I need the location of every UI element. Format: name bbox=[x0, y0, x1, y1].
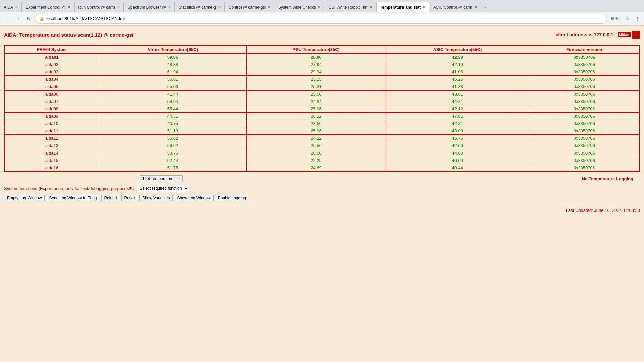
tab-label: Run Control @ carm bbox=[78, 5, 115, 10]
table-cell: 55.44 bbox=[99, 105, 247, 113]
tab-label: GSI White Rabbit Tim bbox=[328, 5, 367, 10]
function-select[interactable]: Select required function bbox=[137, 185, 189, 192]
forward-button[interactable]: → bbox=[13, 14, 22, 23]
table-cell: 41.38 bbox=[386, 83, 529, 90]
table-cell: 22.25 bbox=[247, 157, 386, 164]
table-cell: aida10 bbox=[4, 120, 99, 127]
tab-close-icon[interactable]: ✕ bbox=[369, 5, 372, 9]
bookmark-icon[interactable]: ☆ bbox=[623, 15, 631, 23]
table-cell: 45.75 bbox=[386, 135, 529, 142]
client-address: client address is 127.0.0.1 bbox=[556, 32, 613, 37]
table-row: aida1040.7523.5642.310x3350706 bbox=[4, 120, 640, 127]
tab-label: Temperature and stat bbox=[380, 5, 421, 10]
table-cell: 26.12 bbox=[247, 113, 386, 120]
new-tab-button[interactable]: + bbox=[481, 3, 491, 12]
bottom-divider bbox=[4, 205, 640, 205]
table-cell: 42.38 bbox=[386, 54, 529, 61]
table-cell: 23.25 bbox=[247, 76, 386, 83]
tab-asic-control[interactable]: ASIC Control @ carm ✕ bbox=[430, 2, 481, 12]
send-log-button[interactable]: Send Log Window to ELog bbox=[46, 195, 100, 201]
reset-button[interactable]: Reset bbox=[121, 195, 138, 201]
address-bar[interactable]: 🔒 bbox=[35, 14, 607, 24]
header-divider bbox=[4, 43, 640, 43]
col-header-system: FEE64 System bbox=[4, 45, 99, 54]
tab-close-icon[interactable]: ✕ bbox=[15, 5, 18, 9]
reload-button[interactable]: ↻ bbox=[24, 14, 33, 23]
table-cell: 44.00 bbox=[386, 149, 529, 157]
reload-button[interactable]: Reload bbox=[101, 195, 120, 201]
table-row: aida1356.6225.5642.060x3350706 bbox=[4, 142, 640, 149]
show-variables-button[interactable]: Show Variables bbox=[139, 195, 173, 201]
table-cell: 0x3350706 bbox=[529, 98, 640, 105]
tab-close-icon[interactable]: ✕ bbox=[117, 5, 120, 9]
tab-close-icon[interactable]: ✕ bbox=[268, 5, 271, 9]
table-row: aida1256.6224.1245.750x3350706 bbox=[4, 135, 640, 142]
logo-icon bbox=[632, 31, 640, 39]
table-cell: 29.94 bbox=[247, 68, 386, 76]
col-header-virtex: Virtex Temperature(65C) bbox=[99, 45, 247, 54]
tab-label: Experiment Control @ bbox=[26, 5, 65, 10]
logo-area: Midas bbox=[618, 31, 640, 39]
table-cell: 24.12 bbox=[247, 135, 386, 142]
tab-control[interactable]: Control @ carme-gsi ✕ bbox=[225, 2, 274, 12]
table-cell: 56.62 bbox=[99, 135, 247, 142]
url-input[interactable] bbox=[46, 16, 603, 21]
last-updated: Last Updated: June 16, 2024 11:00:30 bbox=[4, 208, 640, 213]
table-cell: 61.94 bbox=[99, 68, 247, 76]
table-cell: 46.00 bbox=[386, 157, 529, 164]
table-cell: 56.81 bbox=[99, 76, 247, 83]
tab-close-icon[interactable]: ✕ bbox=[218, 5, 221, 9]
tab-label: Control @ carme-gsi bbox=[229, 5, 266, 10]
table-row: aida0944.3126.1247.810x3350706 bbox=[4, 113, 640, 120]
table-cell: 28.00 bbox=[247, 54, 386, 61]
table-cell: aida14 bbox=[4, 149, 99, 157]
tab-gsi-white-rabbit[interactable]: GSI White Rabbit Tim ✕ bbox=[325, 2, 376, 12]
tab-label: System wide Checks bbox=[278, 5, 316, 10]
empty-log-button[interactable]: Empty Log Window bbox=[4, 195, 45, 201]
tab-close-icon[interactable]: ✕ bbox=[67, 5, 70, 9]
tab-close-icon[interactable]: ✕ bbox=[318, 5, 321, 9]
enable-logging-button[interactable]: Enable Logging bbox=[215, 195, 249, 201]
midas-logo: Midas bbox=[618, 32, 631, 37]
table-cell: 0x3350706 bbox=[529, 54, 640, 61]
back-button[interactable]: ← bbox=[3, 14, 11, 23]
menu-icon[interactable]: ⋮ bbox=[633, 15, 641, 23]
table-cell: 25.06 bbox=[247, 105, 386, 113]
table-cell: 53.75 bbox=[99, 149, 247, 157]
table-cell: 51.75 bbox=[99, 164, 247, 172]
table-cell: aida03 bbox=[4, 68, 99, 76]
table-cell: 0x3350706 bbox=[529, 113, 640, 120]
tab-system-checks[interactable]: System wide Checks ✕ bbox=[275, 2, 324, 12]
table-cell: 0x3350706 bbox=[529, 61, 640, 68]
tab-close-icon[interactable]: ✕ bbox=[423, 5, 426, 9]
table-cell: 0x3350706 bbox=[529, 68, 640, 76]
table-cell: 0x3350706 bbox=[529, 142, 640, 149]
table-cell: 44.31 bbox=[386, 98, 529, 105]
tab-close-icon[interactable]: ✕ bbox=[168, 5, 171, 9]
tab-temperature[interactable]: Temperature and stat ✕ bbox=[376, 2, 429, 12]
tab-close-icon[interactable]: ✕ bbox=[474, 5, 477, 9]
table-cell: 0x3350706 bbox=[529, 76, 640, 83]
table-cell: 42.19 bbox=[386, 61, 529, 68]
table-cell: 40.44 bbox=[386, 164, 529, 172]
tab-label: Spectrum Browser @ bbox=[128, 5, 166, 10]
tab-statistics[interactable]: Statistics @ carme-g ✕ bbox=[175, 2, 225, 12]
table-row: aida0361.9429.9441.060x3350706 bbox=[4, 68, 640, 76]
table-cell: aida16 bbox=[4, 164, 99, 172]
zoom-level: 90% bbox=[609, 16, 621, 21]
table-cell: 23.56 bbox=[247, 120, 386, 127]
tab-experiment-control[interactable]: Experiment Control @ ✕ bbox=[22, 2, 74, 12]
col-header-firmware: Firmware version bbox=[529, 45, 640, 54]
tab-run-control[interactable]: Run Control @ carm ✕ bbox=[74, 2, 124, 12]
table-row: aida0641.4425.5043.810x3350706 bbox=[4, 90, 640, 98]
page-content: AIDA: Temperature and status scan(1.12) … bbox=[0, 26, 644, 227]
table-cell: aida05 bbox=[4, 83, 99, 90]
tab-spectrum-browser[interactable]: Spectrum Browser @ ✕ bbox=[124, 2, 175, 12]
col-header-asic: ASIC Temperature(55C) bbox=[386, 45, 529, 54]
table-cell: 47.81 bbox=[386, 113, 529, 120]
tab-aida[interactable]: AIDA ✕ bbox=[0, 2, 22, 12]
table-cell: 43.00 bbox=[386, 127, 529, 135]
plot-temperature-button[interactable]: Plot Temperature file bbox=[140, 175, 183, 182]
show-log-button[interactable]: Show Log Window bbox=[174, 195, 213, 201]
table-cell: 41.06 bbox=[386, 68, 529, 76]
